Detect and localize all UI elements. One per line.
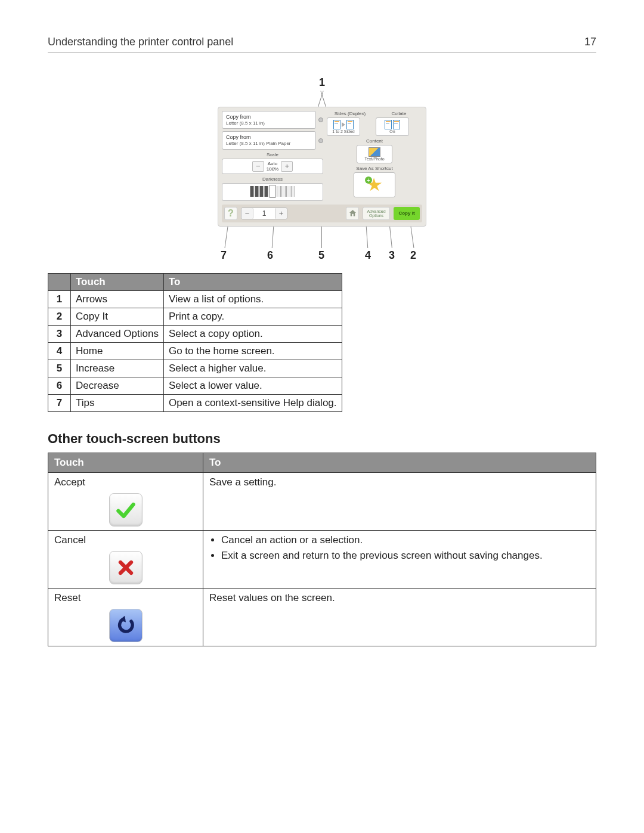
callout-2: 2 xyxy=(410,249,416,262)
touch-label: Cancel xyxy=(54,534,197,546)
row-to: Cancel an action or a selection.Exit a s… xyxy=(203,530,596,588)
table-row: 1ArrowsView a list of options. xyxy=(48,290,342,308)
scale-value: 100% xyxy=(267,166,278,172)
copy-from-2-title: Copy from xyxy=(226,134,312,141)
cancel-button[interactable] xyxy=(109,551,143,584)
reset-button[interactable] xyxy=(109,609,143,642)
row-touch: Decrease xyxy=(71,377,164,394)
touch-label: Accept xyxy=(54,476,197,488)
row-touch: Increase xyxy=(71,360,164,377)
row-num: 6 xyxy=(48,377,71,394)
table-row: 3Advanced OptionsSelect a copy option. xyxy=(48,325,342,342)
row-to: Reset values on the screen. xyxy=(203,588,596,646)
copy-from-1-title: Copy from xyxy=(226,114,312,120)
callout-3: 3 xyxy=(389,249,395,262)
home-button[interactable] xyxy=(346,207,359,220)
callout-4: 4 xyxy=(365,249,371,262)
other-buttons-table: Touch To AcceptSave a setting.CancelCanc… xyxy=(48,453,596,646)
header-title: Understanding the printer control panel xyxy=(48,36,233,48)
x-icon xyxy=(115,557,137,578)
panel-illustration: 1 Copy from Letter (8.5 x 11 in) xyxy=(215,76,429,262)
advanced-line2: Options xyxy=(367,213,385,218)
row-to: Print a copy. xyxy=(163,308,342,325)
plus-badge-icon: + xyxy=(365,176,372,184)
col-touch: Touch xyxy=(71,273,164,290)
collate-value: On xyxy=(389,129,395,134)
scale-label: Scale xyxy=(222,152,323,157)
row-touch: Home xyxy=(71,342,164,360)
advanced-options-button[interactable]: Advanced Options xyxy=(363,207,390,220)
bullet-item: Exit a screen and return to the previous… xyxy=(221,550,590,562)
callout-7: 7 xyxy=(221,249,227,262)
row-to: Select a lower value. xyxy=(163,377,342,394)
row-to: Open a context-sensitive Help dialog. xyxy=(163,394,342,411)
page-number: 17 xyxy=(584,36,596,48)
table-row: 2Copy ItPrint a copy. xyxy=(48,308,342,325)
row-to: Go to the home screen. xyxy=(163,342,342,360)
save-shortcut-tile[interactable]: + xyxy=(354,172,395,197)
home-icon xyxy=(348,209,357,218)
table-row: 4HomeGo to the home screen. xyxy=(48,342,342,360)
col-touch: Touch xyxy=(48,453,203,472)
copy-from-card-2[interactable]: Copy from Letter (8.5 x 11 in) Plain Pap… xyxy=(222,131,316,149)
row-touch: Cancel xyxy=(48,530,203,588)
advanced-line1: Advanced xyxy=(367,209,385,213)
row-touch: Advanced Options xyxy=(71,325,164,342)
copy-count: 1 xyxy=(253,209,275,218)
reference-table: Touch To 1ArrowsView a list of options.2… xyxy=(48,273,342,412)
table-row: CancelCancel an action or a selection.Ex… xyxy=(48,530,596,588)
callout-6: 6 xyxy=(267,249,273,262)
row-num: 5 xyxy=(48,360,71,377)
sides-label: Sides (Duplex) xyxy=(327,111,373,116)
sides-value: 1 to 2 Sided xyxy=(332,129,354,134)
row-num: 1 xyxy=(48,290,71,308)
decrease-button[interactable]: − xyxy=(242,208,253,219)
section-heading: Other touch-screen buttons xyxy=(48,431,596,447)
table-row: ResetReset values on the screen. xyxy=(48,588,596,646)
callout-5: 5 xyxy=(318,249,324,262)
content-tile[interactable]: Text/Photo xyxy=(357,145,392,163)
tips-button[interactable]: ? xyxy=(224,207,237,220)
touch-label: Reset xyxy=(54,592,197,604)
scale-decrease-button[interactable]: − xyxy=(252,161,264,172)
copy-from-2-sub: Letter (8.5 x 11 in) Plain Paper xyxy=(226,141,312,147)
scale-increase-button[interactable]: + xyxy=(281,161,293,172)
row-to: Select a copy option. xyxy=(163,325,342,342)
row-num: 7 xyxy=(48,394,71,411)
scale-mode: Auto xyxy=(267,161,278,166)
copy-from-card-1[interactable]: Copy from Letter (8.5 x 11 in) xyxy=(222,111,316,129)
arrow-icon[interactable] xyxy=(318,138,323,143)
arrow-icon[interactable] xyxy=(318,117,323,122)
undo-arrow-icon xyxy=(115,615,137,636)
accept-button[interactable] xyxy=(109,493,143,527)
row-touch: Arrows xyxy=(71,290,164,308)
table-row: 7TipsOpen a context-sensitive Help dialo… xyxy=(48,394,342,411)
collate-tile[interactable]: On xyxy=(376,117,409,136)
content-label: Content xyxy=(327,138,422,144)
col-to: To xyxy=(203,453,596,472)
row-to: View a list of options. xyxy=(163,290,342,308)
sides-tile[interactable]: 1 to 2 Sided xyxy=(327,117,360,136)
table-row: AcceptSave a setting. xyxy=(48,472,596,530)
scale-control: − Auto 100% + xyxy=(222,159,323,174)
shortcut-label: Save As Shortcut xyxy=(327,166,422,171)
row-num: 2 xyxy=(48,308,71,325)
col-num xyxy=(48,273,71,290)
row-num: 3 xyxy=(48,325,71,342)
checkmark-icon xyxy=(115,499,137,521)
copy-from-1-sub: Letter (8.5 x 11 in) xyxy=(226,120,312,126)
bullet-item: Cancel an action or a selection. xyxy=(221,534,590,546)
increase-button[interactable]: + xyxy=(275,208,287,219)
content-value: Text/Photo xyxy=(364,157,384,161)
table-row: 6DecreaseSelect a lower value. xyxy=(48,377,342,394)
row-touch: Copy It xyxy=(71,308,164,325)
textphoto-icon xyxy=(369,147,380,157)
page-header: Understanding the printer control panel … xyxy=(48,36,596,52)
row-touch: Reset xyxy=(48,588,203,646)
row-num: 4 xyxy=(48,342,71,360)
copy-it-button[interactable]: Copy It xyxy=(394,207,420,220)
row-touch: Accept xyxy=(48,472,203,530)
table-row: 5IncreaseSelect a higher value. xyxy=(48,360,342,377)
collate-label: Collate xyxy=(376,111,422,116)
darkness-slider[interactable] xyxy=(222,183,323,201)
